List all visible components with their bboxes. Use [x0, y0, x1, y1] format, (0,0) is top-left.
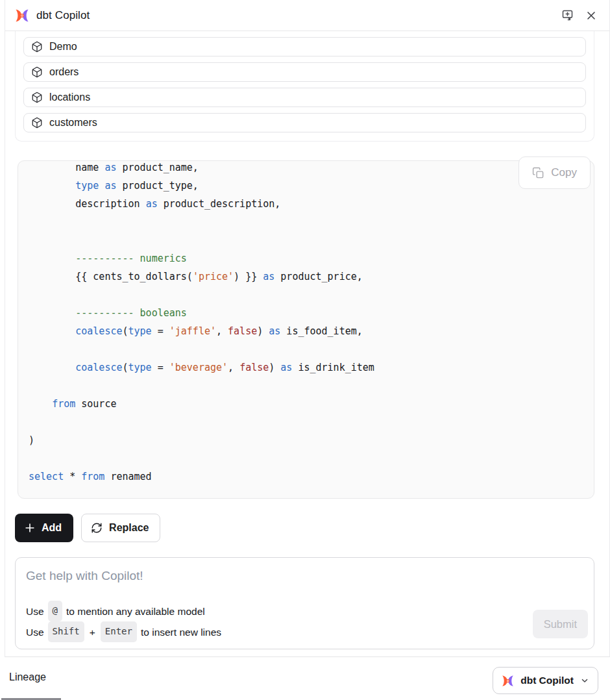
copilot-panel-body: dbt Copilot	[5, 0, 610, 657]
models-list: Demo orders lo	[15, 31, 594, 142]
copy-icon	[532, 167, 544, 179]
model-chip-label: locations	[49, 92, 90, 103]
add-button-label: Add	[42, 522, 62, 534]
model-chip-label: customers	[49, 117, 97, 129]
panel-header: dbt Copilot	[5, 0, 609, 31]
prompt-placeholder: Get help with Copilot!	[26, 569, 583, 583]
code-actions: Add Replace	[15, 514, 609, 542]
sql-code-block[interactable]: name as product_name, type as product_ty…	[18, 160, 594, 499]
replace-button[interactable]: Replace	[81, 514, 160, 542]
submit-button[interactable]: Submit	[533, 610, 588, 638]
enter-key-chip: Enter	[101, 621, 137, 642]
model-chip[interactable]: customers	[23, 113, 586, 132]
close-panel-button[interactable]	[582, 6, 600, 25]
hint-mention: Use @ to mention any available model	[26, 601, 221, 621]
dbt-logo-icon	[14, 8, 30, 23]
copy-button-label: Copy	[551, 166, 577, 179]
shift-key-chip: Shift	[48, 621, 84, 642]
popout-panel-button[interactable]	[558, 6, 577, 25]
model-chip[interactable]: locations	[23, 88, 586, 107]
hint-newline: Use Shift + Enter to insert new lines	[26, 621, 221, 642]
at-key-chip: @	[48, 601, 62, 621]
popout-plus-icon	[561, 8, 574, 22]
code-block-wrap: name as product_name, type as product_ty…	[18, 160, 594, 499]
model-chip[interactable]: orders	[23, 62, 586, 82]
package-cube-icon	[31, 41, 43, 53]
package-cube-icon	[31, 92, 43, 103]
copilot-mode-dropdown[interactable]: dbt Copilot	[493, 667, 598, 694]
model-chip[interactable]: Demo	[23, 37, 586, 56]
package-cube-icon	[31, 117, 43, 129]
plus-icon	[24, 522, 36, 534]
chevron-down-icon	[580, 675, 590, 686]
panel-footer: Lineage dbt Copilot	[0, 657, 610, 700]
dbt-copilot-panel: dbt Copilot	[0, 0, 610, 700]
close-icon	[585, 9, 598, 22]
copilot-prompt-input[interactable]: Get help with Copilot! Use @ to mention …	[15, 557, 594, 649]
dropdown-label: dbt Copilot	[520, 675, 574, 686]
dbt-logo-icon	[501, 674, 515, 688]
panel-title: dbt Copilot	[36, 9, 90, 22]
tab-lineage[interactable]: Lineage	[9, 671, 46, 683]
code-content: name as product_name, type as product_ty…	[29, 160, 594, 486]
prompt-hints: Use @ to mention any available model Use…	[26, 601, 221, 642]
replace-button-label: Replace	[109, 522, 149, 534]
model-chip-label: Demo	[49, 41, 77, 53]
add-button[interactable]: Add	[15, 514, 73, 542]
model-chip-label: orders	[49, 66, 79, 78]
copy-code-button[interactable]: Copy	[518, 156, 591, 189]
refresh-icon	[91, 522, 103, 534]
package-cube-icon	[31, 66, 43, 78]
